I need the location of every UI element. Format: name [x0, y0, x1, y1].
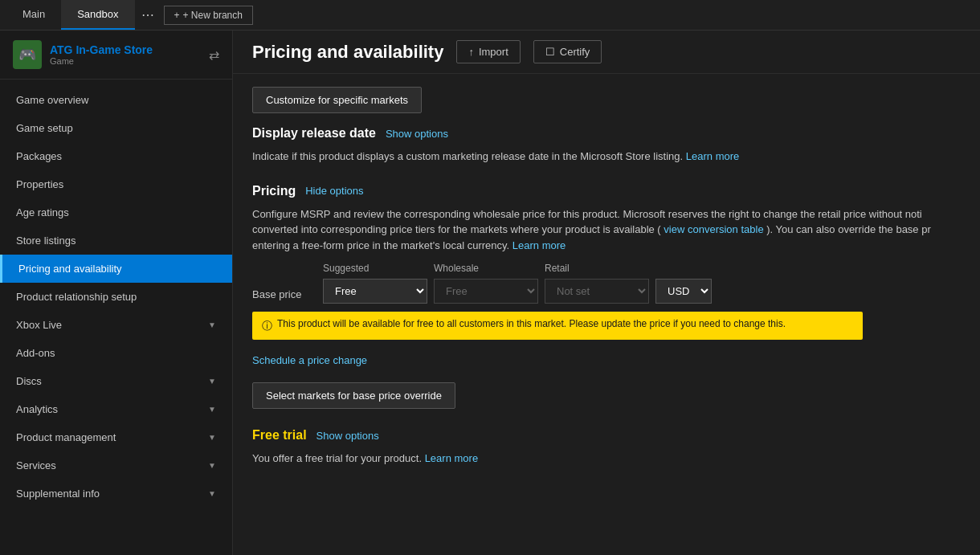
- sidebar-item-label: Xbox Live: [16, 319, 62, 331]
- pricing-section-header: Pricing Hide options: [252, 184, 961, 198]
- display-release-desc: Indicate if this product displays a cust…: [252, 149, 961, 165]
- select-markets-override-button[interactable]: Select markets for base price override: [252, 382, 455, 409]
- chevron-down-icon: ▼: [208, 405, 216, 414]
- free-trial-section-header: Free trial Show options: [252, 428, 961, 443]
- sidebar-item-label: Game setup: [16, 122, 73, 134]
- pricing-title: Pricing: [252, 184, 296, 198]
- app-name: ATG In-Game Store: [50, 43, 153, 56]
- main-layout: 🎮 ATG In-Game Store Game ⇄ Game overview…: [0, 31, 980, 555]
- wholesale-price-select[interactable]: Free: [434, 279, 538, 304]
- sidebar-item-add-ons[interactable]: Add-ons: [0, 339, 232, 367]
- schedule-price-change-link[interactable]: Schedule a price change: [252, 354, 367, 366]
- sidebar-item-label: Supplemental info: [16, 488, 100, 500]
- certify-icon: ☐: [545, 46, 555, 58]
- import-icon: ↑: [468, 46, 474, 58]
- new-branch-button[interactable]: + + New branch: [164, 6, 253, 25]
- suggested-col-header: Suggested: [323, 263, 427, 274]
- base-price-label: Base price: [252, 282, 316, 300]
- certify-label: Certify: [560, 46, 590, 58]
- app-logo: 🎮: [13, 40, 42, 69]
- sidebar-item-label: Pricing and availability: [18, 263, 122, 275]
- display-release-learn-more-link[interactable]: Learn more: [686, 150, 739, 162]
- wholesale-col-header: Wholesale: [434, 263, 538, 274]
- pricing-learn-more-link[interactable]: Learn more: [512, 239, 566, 251]
- free-trial-title: Free trial: [252, 428, 307, 443]
- chevron-down-icon: ▼: [208, 320, 216, 329]
- sidebar-item-xbox-live[interactable]: Xbox Live ▼: [0, 311, 232, 339]
- retail-col-header: Retail: [545, 263, 649, 274]
- sidebar-item-product-relationship-setup[interactable]: Product relationship setup: [0, 283, 232, 311]
- logo-icon: 🎮: [18, 46, 36, 63]
- sidebar-item-supplemental-info[interactable]: Supplemental info ▼: [0, 480, 232, 508]
- section-title: Display release date: [252, 126, 376, 141]
- chevron-down-icon: ▼: [208, 489, 216, 498]
- warning-banner: ⓘ This product will be available for fre…: [252, 312, 863, 340]
- import-label: Import: [479, 46, 508, 58]
- free-trial-learn-more-link[interactable]: Learn more: [425, 452, 478, 464]
- content-body: Customize for specific markets Display r…: [233, 74, 980, 505]
- new-branch-icon: +: [174, 10, 180, 21]
- sidebar-item-label: Services: [16, 459, 56, 471]
- tab-main[interactable]: Main: [6, 0, 61, 30]
- free-trial-show-options-link[interactable]: Show options: [316, 430, 379, 442]
- pricing-desc: Configure MSRP and review the correspond…: [252, 206, 961, 254]
- sidebar-item-game-setup[interactable]: Game setup: [0, 114, 232, 142]
- page-header: Pricing and availability ↑ Import ☐ Cert…: [233, 31, 980, 74]
- sidebar-item-game-overview[interactable]: Game overview: [0, 86, 232, 114]
- sidebar-item-label: Age ratings: [16, 206, 69, 218]
- sidebar-item-store-listings[interactable]: Store listings: [0, 226, 232, 255]
- sidebar-item-product-management[interactable]: Product management ▼: [0, 423, 232, 451]
- sidebar-item-label: Store listings: [16, 235, 76, 247]
- suggested-price-select[interactable]: Free $0.99 $1.99 $4.99 $9.99: [323, 279, 427, 304]
- sidebar-item-label: Discs: [16, 375, 42, 387]
- content-area: Pricing and availability ↑ Import ☐ Cert…: [233, 31, 980, 555]
- sidebar-item-properties[interactable]: Properties: [0, 170, 232, 198]
- sidebar-item-label: Properties: [16, 178, 63, 190]
- info-icon: ⓘ: [262, 319, 272, 333]
- sidebar-item-label: Packages: [16, 150, 62, 162]
- sidebar-item-pricing-and-availability[interactable]: Pricing and availability: [0, 255, 232, 283]
- display-release-date-section: Display release date Show options Indica…: [252, 126, 961, 165]
- pricing-section: Pricing Hide options Configure MSRP and …: [252, 184, 961, 410]
- sidebar-item-label: Analytics: [16, 403, 58, 415]
- sidebar-item-label: Product management: [16, 431, 116, 443]
- tab-sandbox[interactable]: Sandbox: [61, 0, 134, 30]
- app-subtitle: Game: [50, 56, 153, 66]
- sidebar-item-analytics[interactable]: Analytics ▼: [0, 395, 232, 423]
- customize-markets-button[interactable]: Customize for specific markets: [252, 87, 422, 113]
- sidebar-header: 🎮 ATG In-Game Store Game ⇄: [0, 31, 232, 80]
- warning-text: This product will be available for free …: [277, 318, 786, 329]
- page-title: Pricing and availability: [252, 42, 443, 63]
- sidebar-item-label: Game overview: [16, 94, 88, 106]
- sidebar: 🎮 ATG In-Game Store Game ⇄ Game overview…: [0, 31, 233, 555]
- free-trial-desc: You offer a free trial for your product.…: [252, 451, 961, 467]
- sidebar-item-label: Add-ons: [16, 347, 55, 359]
- sidebar-item-age-ratings[interactable]: Age ratings: [0, 198, 232, 226]
- sidebar-item-packages[interactable]: Packages: [0, 142, 232, 170]
- retail-price-select[interactable]: Not set: [545, 279, 649, 304]
- hide-options-link[interactable]: Hide options: [305, 185, 363, 197]
- sidebar-nav: Game overview Game setup Packages Proper…: [0, 80, 232, 555]
- currency-select[interactable]: USD EUR GBP JPY: [655, 279, 712, 304]
- tab-more-icon[interactable]: ⋯: [135, 7, 161, 22]
- chevron-down-icon: ▼: [208, 377, 216, 386]
- chevron-down-icon: ▼: [208, 461, 216, 470]
- view-conversion-table-link[interactable]: view conversion table: [664, 223, 763, 235]
- free-trial-section: Free trial Show options You offer a free…: [252, 428, 961, 467]
- sidebar-item-services[interactable]: Services ▼: [0, 451, 232, 480]
- pricing-selects: Free $0.99 $1.99 $4.99 $9.99 Free Not se…: [323, 279, 712, 304]
- tab-bar: Main Sandbox ⋯ + + New branch: [0, 0, 980, 31]
- sidebar-item-label: Product relationship setup: [16, 291, 137, 303]
- sidebar-item-discs[interactable]: Discs ▼: [0, 367, 232, 395]
- show-options-link[interactable]: Show options: [386, 128, 448, 140]
- section-header: Display release date Show options: [252, 126, 961, 141]
- import-button[interactable]: ↑ Import: [456, 40, 520, 63]
- chevron-down-icon: ▼: [208, 433, 216, 442]
- base-price-row: Base price Free $0.99 $1.99 $4.99 $9.99 …: [252, 279, 961, 304]
- switch-icon[interactable]: ⇄: [209, 47, 219, 63]
- certify-button[interactable]: ☐ Certify: [533, 40, 602, 63]
